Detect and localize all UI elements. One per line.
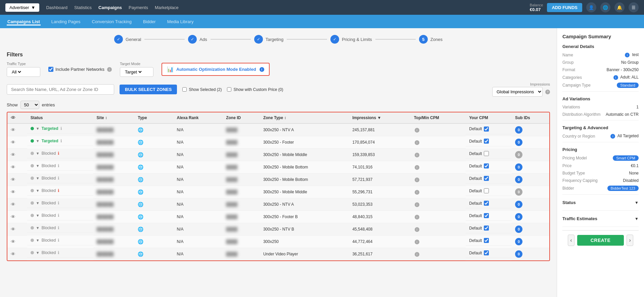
top-cpm-info-icon[interactable]: i: [415, 140, 419, 145]
top-cpm-info-icon[interactable]: i: [415, 178, 419, 182]
row-info-icon[interactable]: ℹ: [58, 201, 59, 205]
row-info-icon[interactable]: ℹ: [58, 176, 59, 181]
cpm-checkbox[interactable]: [484, 176, 489, 181]
row-eye-icon[interactable]: 👁: [11, 164, 15, 170]
add-funds-button[interactable]: ADD FUNDS: [547, 3, 582, 12]
status-chevron-icon[interactable]: ▼: [36, 139, 40, 143]
row-eye-icon[interactable]: 👁: [11, 214, 15, 219]
cpm-checkbox[interactable]: [484, 151, 489, 156]
nav-link-marketplace[interactable]: Marketplace: [155, 5, 179, 10]
row-info-icon[interactable]: ℹ: [58, 250, 59, 255]
eye-header-icon[interactable]: 👁: [11, 115, 15, 120]
show-custom-checkbox[interactable]: [227, 87, 231, 92]
row-eye-icon[interactable]: 👁: [11, 177, 15, 182]
impressions-group: Impressions Global Impressions ?: [492, 82, 550, 97]
cpm-checkbox[interactable]: [484, 163, 489, 168]
auto-opt-info-icon[interactable]: i: [260, 67, 264, 72]
row-info-icon[interactable]: ℹ: [60, 126, 62, 131]
top-cpm-info-icon[interactable]: i: [415, 190, 419, 195]
top-cpm-info-icon[interactable]: i: [415, 128, 419, 133]
top-cpm-info-icon[interactable]: i: [415, 202, 419, 207]
cpm-checkbox[interactable]: [484, 226, 489, 231]
traffic-type-select[interactable]: All: [7, 67, 40, 77]
include-partner-checkbox[interactable]: [48, 67, 53, 72]
status-chevron-icon[interactable]: ▼: [36, 127, 40, 131]
traffic-estimates-collapsible[interactable]: Traffic Estimates ▼: [562, 214, 639, 223]
target-mode-select[interactable]: Target: [120, 67, 153, 77]
impressions-dropdown[interactable]: Global Impressions: [492, 87, 543, 97]
sub-nav-media-library[interactable]: Media Library: [167, 18, 194, 26]
bell-icon[interactable]: 🔔: [614, 2, 625, 12]
menu-icon[interactable]: ☰: [629, 2, 639, 12]
cpm-checkbox[interactable]: [484, 139, 489, 144]
search-input[interactable]: [7, 84, 114, 95]
top-cpm-info-icon[interactable]: i: [415, 215, 419, 219]
status-chevron-icon[interactable]: ▼: [36, 201, 40, 205]
row-eye-icon[interactable]: 👁: [11, 152, 15, 157]
row-eye-icon[interactable]: 👁: [11, 202, 15, 207]
row-info-icon[interactable]: ℹ: [58, 226, 59, 230]
row-info-icon[interactable]: ℹ: [58, 151, 59, 156]
cpm-checkbox[interactable]: [484, 188, 489, 193]
row-info-icon[interactable]: ℹ: [58, 163, 59, 168]
show-selected-label: Show Selected (2): [189, 87, 222, 92]
back-button[interactable]: ‹: [568, 235, 574, 246]
status-chevron-icon[interactable]: ▼: [36, 164, 40, 168]
row-eye-icon[interactable]: 👁: [11, 239, 15, 244]
nav-link-payments[interactable]: Payments: [129, 5, 148, 10]
row-info-icon[interactable]: ℹ: [60, 139, 62, 143]
top-cpm-info-icon[interactable]: i: [415, 227, 419, 232]
categories-info-icon[interactable]: i: [613, 75, 618, 80]
cpm-checkbox[interactable]: [484, 250, 489, 255]
sub-nav-campaigns-list[interactable]: Campaigns List: [7, 18, 41, 26]
target-mode-dropdown[interactable]: Target: [124, 69, 143, 75]
status-chevron-icon[interactable]: ▼: [36, 151, 40, 155]
advertiser-button[interactable]: Advertiser ▼: [5, 3, 39, 12]
status-chevron-icon[interactable]: ▼: [36, 176, 40, 180]
top-cpm-info-icon[interactable]: i: [415, 165, 419, 170]
include-partner-info-icon[interactable]: i: [107, 67, 112, 72]
top-cpm-info-icon[interactable]: i: [415, 240, 419, 244]
status-chevron-icon[interactable]: ▼: [36, 226, 40, 230]
forward-button[interactable]: ›: [627, 235, 633, 246]
cpm-checkbox[interactable]: [484, 201, 489, 206]
zone-id-value: ████: [226, 227, 237, 232]
col-impressions[interactable]: Impressions ▼: [349, 112, 410, 123]
cpm-checkbox[interactable]: [484, 127, 489, 132]
status-chevron-icon[interactable]: ▼: [36, 189, 40, 193]
traffic-type-dropdown[interactable]: All: [10, 69, 22, 75]
row-eye-icon[interactable]: 👁: [11, 189, 15, 195]
bulk-select-button[interactable]: BULK SELECT ZONES: [120, 85, 177, 94]
sub-nav-conversion-tracking[interactable]: Conversion Tracking: [91, 18, 133, 26]
row-info-icon[interactable]: ℹ: [58, 238, 59, 243]
show-selected-checkbox[interactable]: [182, 87, 187, 92]
entries-select[interactable]: 50 25 100: [20, 101, 39, 109]
top-cpm-info-icon[interactable]: i: [415, 252, 419, 257]
create-button[interactable]: CREATE: [577, 235, 624, 246]
cell-alexa: N/A: [174, 149, 223, 161]
nav-link-dashboard[interactable]: Dashboard: [46, 5, 67, 10]
status-chevron-icon[interactable]: ▼: [36, 251, 40, 255]
status-collapsible[interactable]: Status ▼: [562, 198, 639, 207]
sub-nav-landing-pages[interactable]: Landing Pages: [51, 18, 81, 26]
globe-icon[interactable]: 🌐: [600, 2, 610, 12]
row-info-icon[interactable]: ℹ: [58, 213, 59, 218]
row-eye-icon[interactable]: 👁: [11, 227, 15, 232]
row-eye-icon[interactable]: 👁: [11, 251, 15, 257]
country-info-icon[interactable]: i: [610, 134, 615, 139]
sub-nav-bidder[interactable]: Bidder: [142, 18, 156, 26]
name-info-icon[interactable]: i: [625, 53, 630, 57]
impressions-info-icon[interactable]: ?: [545, 90, 550, 94]
cpm-checkbox[interactable]: [484, 238, 489, 243]
nav-link-campaigns[interactable]: Campaigns: [98, 5, 122, 10]
status-chevron-icon[interactable]: ▼: [36, 213, 40, 217]
top-cpm-info-icon[interactable]: i: [415, 153, 419, 157]
cpm-checkbox[interactable]: [484, 213, 489, 218]
row-info-icon[interactable]: ℹ: [58, 188, 59, 193]
row-eye-icon[interactable]: 👁: [11, 140, 15, 145]
user-icon[interactable]: 👤: [586, 2, 596, 12]
row-eye-icon[interactable]: 👁: [11, 127, 15, 133]
site-name: ██████: [97, 214, 114, 219]
nav-link-statistics[interactable]: Statistics: [74, 5, 92, 10]
status-chevron-icon[interactable]: ▼: [36, 238, 40, 242]
